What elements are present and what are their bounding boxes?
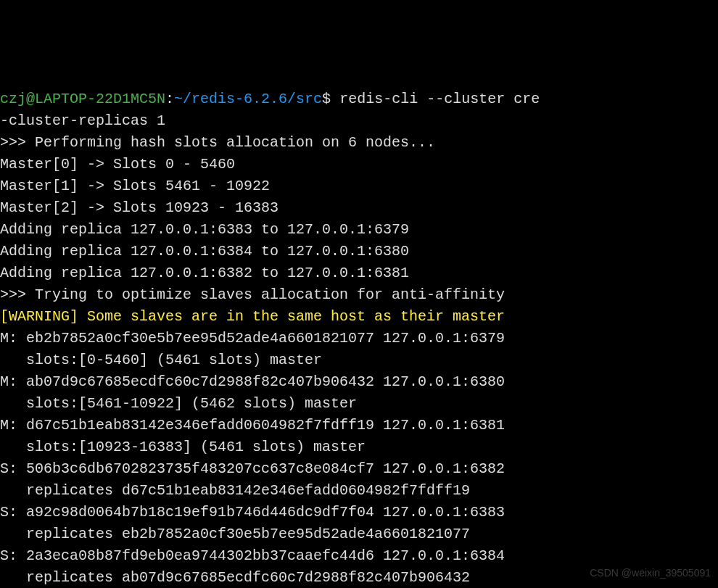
replicates-line: replicates d67c51b1eab83142e346efadd0604… — [0, 482, 470, 499]
output-line: Adding replica 127.0.0.1:6383 to 127.0.0… — [0, 221, 409, 238]
prompt-path: ~/redis-6.2.6/src — [174, 91, 322, 107]
master-node-line: M: ab07d9c67685ecdfc60c7d2988f82c407b906… — [0, 373, 505, 390]
slots-line: slots:[10923-16383] (5461 slots) master — [0, 439, 366, 455]
slots-line: slots:[0-5460] (5461 slots) master — [0, 352, 322, 368]
output-line: >>> Performing hash slots allocation on … — [0, 134, 435, 151]
replicates-line: replicates ab07d9c67685ecdfc60c7d2988f82… — [0, 569, 470, 586]
output-line: Adding replica 127.0.0.1:6382 to 127.0.0… — [0, 265, 409, 281]
slave-node-line: S: 2a3eca08b87fd9eb0ea9744302bb37caaefc4… — [0, 547, 505, 564]
output-line: Master[2] -> Slots 10923 - 16383 — [0, 199, 278, 216]
prompt-dollar: $ — [322, 91, 339, 107]
output-line: Master[1] -> Slots 5461 - 10922 — [0, 178, 270, 194]
warning-line: [WARNING] Some slaves are in the same ho… — [0, 308, 505, 325]
slave-node-line: S: a92c98d0064b7b18c19ef91b746d446dc9df7… — [0, 504, 505, 521]
slave-node-line: S: 506b3c6db6702823735f483207cc637c8e084… — [0, 460, 505, 477]
prompt-colon: : — [165, 91, 174, 107]
master-node-line: M: eb2b7852a0cf30e5b7ee95d52ade4a6601821… — [0, 330, 505, 347]
prompt-user-host: czj@LAPTOP-22D1MC5N — [0, 91, 165, 107]
output-line: Master[0] -> Slots 0 - 5460 — [0, 156, 235, 173]
output-line: >>> Trying to optimize slaves allocation… — [0, 286, 505, 303]
watermark-text: CSDN @weixin_39505091 — [590, 566, 711, 581]
command-wrap[interactable]: -cluster-replicas 1 — [0, 112, 165, 129]
master-node-line: M: d67c51b1eab83142e346efadd0604982f7fdf… — [0, 417, 505, 434]
slots-line: slots:[5461-10922] (5462 slots) master — [0, 395, 357, 412]
command-text[interactable]: redis-cli --cluster cre — [339, 91, 540, 107]
output-line: Adding replica 127.0.0.1:6384 to 127.0.0… — [0, 243, 409, 260]
replicates-line: replicates eb2b7852a0cf30e5b7ee95d52ade4… — [0, 526, 470, 542]
